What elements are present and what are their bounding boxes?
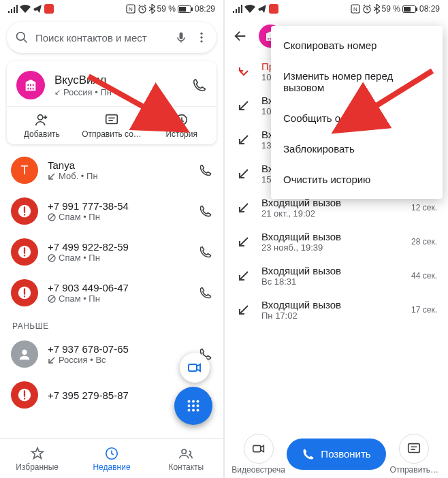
incoming-arrow-icon bbox=[48, 172, 56, 180]
card-sub: ↙ Россия • Пн bbox=[54, 87, 192, 97]
battery-icon bbox=[402, 5, 417, 13]
star-icon bbox=[30, 446, 45, 461]
menu-report-spam[interactable]: Сообщить о спаме bbox=[271, 103, 443, 133]
svg-point-28 bbox=[188, 409, 191, 412]
bluetooth-icon bbox=[149, 4, 155, 14]
fab-video[interactable] bbox=[180, 353, 210, 383]
history-icon bbox=[174, 112, 189, 127]
call-button[interactable]: Позвонить bbox=[287, 439, 385, 470]
nfc-icon: N bbox=[351, 4, 360, 14]
call-icon[interactable] bbox=[199, 163, 212, 177]
menu-block[interactable]: Заблокировать bbox=[271, 133, 443, 164]
call-row[interactable]: +7 903 449-06-47 Спам • Пн bbox=[0, 272, 223, 313]
incoming-arrow-icon bbox=[238, 202, 250, 214]
signal-icon bbox=[8, 5, 18, 13]
alarm-icon bbox=[362, 4, 372, 14]
action-add-contact[interactable]: Добавить bbox=[7, 107, 77, 140]
svg-point-11 bbox=[38, 115, 43, 120]
status-bar: N 59 % 08:29 bbox=[225, 0, 448, 18]
alarm-icon bbox=[138, 4, 147, 14]
svg-point-10 bbox=[200, 40, 202, 42]
menu-copy-number[interactable]: Скопировать номер bbox=[271, 30, 443, 61]
bluetooth-icon bbox=[374, 4, 380, 14]
section-earlier: РАНЬШЕ bbox=[0, 313, 223, 334]
person-add-icon bbox=[34, 112, 49, 127]
svg-point-8 bbox=[200, 33, 202, 35]
incoming-arrow-icon bbox=[48, 356, 56, 364]
svg-point-27 bbox=[197, 404, 199, 407]
incoming-arrow-icon bbox=[238, 133, 250, 146]
call-icon[interactable] bbox=[199, 286, 212, 300]
message-button[interactable]: Отправить… bbox=[386, 434, 443, 475]
menu-edit-before-call[interactable]: Изменить номер перед вызовом bbox=[271, 61, 443, 103]
nav-favorites[interactable]: Избранные bbox=[0, 439, 74, 478]
svg-text:N: N bbox=[129, 6, 133, 12]
svg-point-26 bbox=[192, 404, 195, 407]
video-icon bbox=[251, 441, 266, 456]
action-history[interactable]: История bbox=[146, 107, 217, 140]
app-icon bbox=[44, 4, 54, 14]
incoming-arrow-icon bbox=[238, 99, 250, 112]
menu-clear-history[interactable]: Очистить историю bbox=[271, 164, 443, 195]
call-icon[interactable] bbox=[192, 78, 207, 93]
block-icon bbox=[48, 295, 56, 303]
call-row[interactable]: +7 499 922-82-59 Спам • Пн bbox=[0, 232, 223, 272]
incoming-arrow-icon bbox=[238, 168, 250, 180]
call-row[interactable]: T Tanya Моб. • Пн bbox=[0, 150, 223, 191]
clock-icon bbox=[104, 446, 119, 461]
spam-avatar bbox=[11, 197, 38, 225]
svg-text:N: N bbox=[353, 6, 357, 12]
business-avatar bbox=[16, 71, 45, 99]
svg-rect-39 bbox=[253, 445, 260, 451]
bottom-nav: Избранные Недавние Контакты bbox=[0, 439, 223, 478]
fab-dialpad[interactable] bbox=[174, 387, 212, 425]
phone-icon bbox=[302, 447, 315, 461]
incoming-arrow-icon bbox=[238, 304, 250, 316]
dialpad-icon bbox=[185, 397, 202, 415]
history-entry[interactable]: Входящий вызовВс 18:31 44 сек. bbox=[225, 259, 448, 293]
svg-point-29 bbox=[192, 409, 195, 412]
search-bar[interactable]: Поиск контактов и мест bbox=[7, 22, 217, 53]
spam-avatar bbox=[11, 238, 38, 266]
svg-point-22 bbox=[188, 400, 191, 403]
more-icon[interactable] bbox=[195, 31, 208, 44]
svg-rect-40 bbox=[409, 443, 420, 452]
action-message[interactable]: Отправить со… bbox=[77, 107, 147, 140]
svg-rect-4 bbox=[179, 7, 186, 12]
contact-card: ВкусВилл ↙ Россия • Пн Добавить Отправит… bbox=[7, 61, 217, 144]
signal-icon bbox=[233, 5, 242, 13]
call-row[interactable]: +7 991 777-38-54 Спам • Пн bbox=[0, 191, 223, 232]
clock-time: 08:29 bbox=[419, 4, 440, 14]
spam-avatar bbox=[11, 381, 38, 409]
card-contact-name: ВкусВилл bbox=[54, 74, 192, 87]
nav-recent[interactable]: Недавние bbox=[74, 439, 148, 478]
history-entry[interactable]: Входящий вызов23 нояб., 19:39 28 сек. bbox=[225, 225, 448, 259]
context-menu: Скопировать номер Изменить номер перед в… bbox=[271, 26, 443, 199]
call-icon[interactable] bbox=[199, 245, 212, 259]
svg-point-25 bbox=[188, 404, 191, 407]
svg-rect-21 bbox=[189, 364, 197, 371]
svg-point-23 bbox=[192, 400, 195, 403]
back-icon[interactable] bbox=[233, 29, 248, 44]
incoming-arrow-icon bbox=[238, 270, 250, 282]
video-call-button[interactable]: Видеовстреча bbox=[230, 434, 287, 475]
contacts-icon bbox=[178, 446, 193, 461]
svg-point-6 bbox=[17, 33, 25, 41]
history-entry[interactable]: Входящий вызовПн 17:02 17 сек. bbox=[225, 293, 448, 327]
search-placeholder: Поиск контактов и мест bbox=[35, 32, 167, 44]
message-icon bbox=[104, 112, 119, 127]
incoming-arrow-icon bbox=[238, 236, 250, 248]
telegram-icon bbox=[257, 4, 267, 14]
wifi-icon bbox=[244, 5, 255, 13]
svg-point-24 bbox=[197, 400, 199, 403]
avatar-letter: T bbox=[11, 157, 38, 184]
call-action-bar: Видеовстреча Позвонить Отправить… bbox=[225, 429, 448, 478]
svg-point-9 bbox=[200, 36, 202, 38]
video-icon bbox=[187, 360, 203, 376]
nfc-icon: N bbox=[126, 4, 135, 14]
call-icon[interactable] bbox=[199, 204, 212, 218]
nav-contacts[interactable]: Контакты bbox=[149, 439, 223, 478]
svg-point-19 bbox=[22, 350, 27, 355]
mic-icon[interactable] bbox=[174, 31, 188, 44]
svg-rect-12 bbox=[106, 115, 118, 124]
